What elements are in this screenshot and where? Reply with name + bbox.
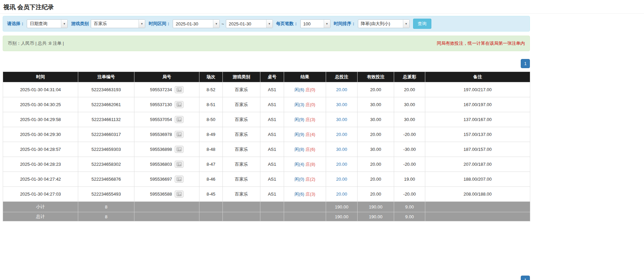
table-row: 2025-01-30 04:31:04 522234663193 5955372…: [3, 82, 530, 97]
records-table: 时间注单编号局号场次游戏类别桌号结果总投注有效投注总派彩备注 2025-01-3…: [3, 72, 530, 221]
cell-bet-id: 522234656876: [78, 172, 134, 187]
total-bet-link[interactable]: 30.00: [336, 147, 347, 152]
currency-summary-text: 币别：人民币 | 总共 :8 注单 |: [8, 40, 64, 46]
cell-time: 2025-01-30 04:30:25: [3, 97, 78, 112]
round-replay-icon[interactable]: [175, 116, 184, 123]
cell-round: 595536803: [134, 157, 199, 172]
sort-order-combo[interactable]: ▾: [358, 19, 410, 28]
total-count: 8: [78, 212, 134, 221]
round-replay-icon[interactable]: [175, 161, 184, 168]
table-row: 2025-01-30 04:27:03 522234655493 5955365…: [3, 187, 530, 202]
date-from-input[interactable]: [173, 20, 213, 28]
total-empty: [199, 212, 223, 221]
chevron-down-icon[interactable]: ▾: [324, 20, 330, 28]
result-banker: 庄(2): [305, 177, 315, 182]
cell-session: 8-47: [199, 157, 223, 172]
round-id: 595536898: [150, 147, 172, 152]
game-type-input[interactable]: [91, 20, 138, 28]
page-size-combo[interactable]: ▾: [300, 19, 330, 28]
table-row: 2025-01-30 04:29:30 522234660317 5955369…: [3, 127, 530, 142]
column-header: 总投注: [326, 72, 358, 82]
query-button[interactable]: 查询: [413, 19, 431, 29]
cell-payout: 30.00: [394, 112, 425, 127]
cell-round: 595536978: [134, 127, 199, 142]
total-bet-link[interactable]: 20.00: [336, 162, 347, 167]
cell-remark: 208.00/188.00: [425, 187, 530, 202]
cell-total-bet: 20.00: [326, 82, 358, 97]
chevron-down-icon[interactable]: ▾: [266, 20, 273, 28]
round-id: 595536803: [150, 162, 172, 167]
chevron-down-icon[interactable]: ▾: [213, 20, 219, 28]
sort-order-input[interactable]: [358, 20, 403, 28]
chevron-down-icon[interactable]: ▾: [61, 20, 67, 28]
cell-time: 2025-01-30 04:28:57: [3, 142, 78, 157]
page-size-label: 每页笔数：: [276, 21, 298, 27]
page-button[interactable]: 1: [521, 59, 530, 68]
result-player: 闲(9): [295, 132, 304, 137]
round-id: 595537130: [150, 102, 172, 107]
table-header-row: 时间注单编号局号场次游戏类别桌号结果总投注有效投注总派彩备注: [3, 72, 530, 82]
cell-game-type: 百家乐: [223, 97, 260, 112]
total-total-bet: 190.00: [326, 212, 358, 221]
chevron-down-icon[interactable]: ▾: [403, 20, 409, 28]
cell-result: 闲(9) 庄(3): [284, 112, 326, 127]
total-bet-link[interactable]: 20.00: [336, 87, 347, 92]
table-row: 2025-01-30 04:28:57 522234659303 5955368…: [3, 142, 530, 157]
chevron-down-icon[interactable]: ▾: [138, 20, 145, 28]
round-id: 595536978: [150, 132, 172, 137]
total-bet-link[interactable]: 20.00: [336, 177, 347, 182]
query-type-input[interactable]: [27, 20, 61, 28]
cell-table-no: AS1: [260, 142, 284, 157]
column-header: 总派彩: [394, 72, 425, 82]
cell-valid-bet: 30.00: [358, 142, 394, 157]
cell-session: 8-48: [199, 142, 223, 157]
total-bet-link[interactable]: 30.00: [336, 117, 347, 122]
cell-time: 2025-01-30 04:27:42: [3, 172, 78, 187]
column-header: 场次: [199, 72, 223, 82]
table-body: 2025-01-30 04:31:04 522234663193 5955372…: [3, 82, 530, 202]
cell-result: 闲(6) 庄(3): [284, 187, 326, 202]
cell-remark: 137.00/167.00: [425, 112, 530, 127]
cell-valid-bet: 30.00: [358, 112, 394, 127]
total-bet-link[interactable]: 30.00: [336, 102, 347, 107]
game-type-combo[interactable]: ▾: [91, 19, 145, 28]
cell-valid-bet: 20.00: [358, 172, 394, 187]
round-replay-icon[interactable]: [175, 86, 184, 93]
cell-remark: 157.00/137.00: [425, 127, 530, 142]
query-type-combo[interactable]: ▾: [27, 19, 68, 28]
subtotal-payout: 9.00: [394, 202, 425, 212]
result-banker: 庄(8): [305, 162, 315, 167]
total-empty: [425, 212, 530, 221]
cell-game-type: 百家乐: [223, 187, 260, 202]
cell-remark: 188.00/207.00: [425, 172, 530, 187]
result-player: 闲(6): [295, 87, 304, 92]
total-bet-link[interactable]: 20.00: [336, 192, 347, 197]
total-bet-link[interactable]: 20.00: [336, 132, 347, 137]
page-size-input[interactable]: [301, 20, 324, 28]
result-banker: 庄(6): [305, 147, 315, 152]
cell-bet-id: 522234658302: [78, 157, 134, 172]
page-button-bottom[interactable]: 1: [521, 276, 530, 280]
table-row: 2025-01-30 04:28:23 522234658302 5955368…: [3, 157, 530, 172]
total-row: 总计 8 190.00 190.00 9.00: [3, 212, 530, 221]
game-type-label: 游戏类别: [71, 21, 89, 27]
date-to-input[interactable]: [226, 20, 266, 28]
cell-session: 8-50: [199, 112, 223, 127]
column-header: 局号: [134, 72, 199, 82]
cell-table-no: AS1: [260, 82, 284, 97]
round-replay-icon[interactable]: [175, 131, 184, 138]
date-to-combo[interactable]: ▾: [226, 19, 273, 28]
cell-valid-bet: 30.00: [358, 97, 394, 112]
info-bar: 币别：人民币 | 总共 :8 注单 | 同局有效投注，统一计算在该局第一张注单内: [3, 36, 530, 51]
total-valid-bet: 190.00: [358, 212, 394, 221]
cell-time: 2025-01-30 04:28:23: [3, 157, 78, 172]
date-from-combo[interactable]: ▾: [173, 19, 220, 28]
total-payout: 9.00: [394, 212, 425, 221]
round-replay-icon[interactable]: [175, 191, 184, 198]
round-replay-icon[interactable]: [175, 176, 184, 183]
total-empty: [223, 212, 260, 221]
round-replay-icon[interactable]: [175, 101, 184, 108]
round-replay-icon[interactable]: [175, 146, 184, 153]
cell-result: 闲(9) 庄(4): [284, 127, 326, 142]
column-header: 备注: [425, 72, 530, 82]
